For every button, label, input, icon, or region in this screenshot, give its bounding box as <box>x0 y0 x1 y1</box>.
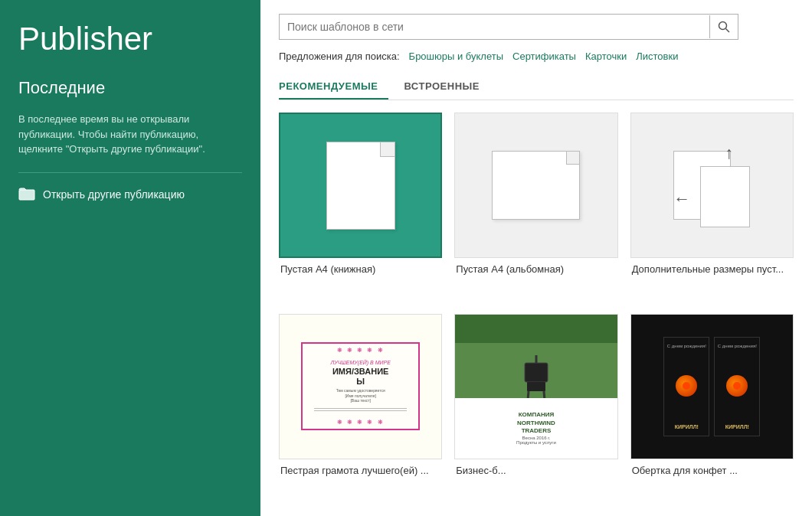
svg-rect-0 <box>19 190 34 200</box>
template-tabs: РЕКОМЕНДУЕМЫЕ ВСТРОЕННЫЕ <box>279 74 794 100</box>
open-other-button[interactable]: Открыть другие публикацию <box>18 187 242 203</box>
suggestion-certificates[interactable]: Сертификаты <box>512 51 576 62</box>
candy-planet-icon-2 <box>726 375 748 397</box>
search-icon <box>718 21 730 33</box>
candy-planet-icon <box>676 375 697 397</box>
blank-page-icon <box>326 142 395 230</box>
biz-company-name: КОМПАНИЯNORTHWINDTRADERS <box>517 411 555 435</box>
template-thumb-business: КОМПАНИЯNORTHWINDTRADERS Весна 2016 г.Пр… <box>454 314 617 459</box>
suggestions-label: Предложения для поиска: <box>279 51 400 62</box>
template-label-business: Бизнес-б... <box>454 465 617 476</box>
candy-preview: С днем рождения! КИРИЛЛ! С днем рождения… <box>631 315 793 459</box>
recent-title: Последние <box>18 78 242 98</box>
search-bar <box>279 14 738 40</box>
template-business-card[interactable]: КОМПАНИЯNORTHWINDTRADERS Весна 2016 г.Пр… <box>454 314 617 503</box>
search-input[interactable] <box>280 15 709 39</box>
suggestions-bar: Предложения для поиска: Брошюры и буклет… <box>279 51 794 62</box>
template-label-more-sizes: Дополнительные размеры пуст... <box>630 263 794 275</box>
sidebar: Publisher Последние В последнее время вы… <box>0 0 260 516</box>
folder-icon <box>18 187 35 203</box>
tab-recommended[interactable]: РЕКОМЕНДУЕМЫЕ <box>279 74 388 100</box>
suggestion-leaflets[interactable]: Листовки <box>636 51 678 62</box>
biz-sub-text: Весна 2016 г.Продукты и услуги <box>516 436 556 445</box>
template-label-blank-landscape: Пустая А4 (альбомная) <box>454 263 617 275</box>
tab-builtin[interactable]: ВСТРОЕННЫЕ <box>404 74 490 100</box>
more-sizes-icon: ↑ ← <box>673 143 750 227</box>
template-thumb-candy: С днем рождения! КИРИЛЛ! С днем рождения… <box>630 314 794 459</box>
open-other-label: Открыть другие публикацию <box>43 188 185 201</box>
suggestion-brochures[interactable]: Брошюры и буклеты <box>409 51 503 62</box>
template-thumb-certificate: ЛУЧШЕМУ(ЕЙ) В МИРЕ ИМЯ/ЗВАНИЕЫ Тем самым… <box>279 314 442 459</box>
template-thumb-more-sizes: ↑ ← <box>630 113 794 258</box>
svg-line-2 <box>726 29 730 33</box>
sidebar-divider <box>18 172 242 173</box>
svg-rect-3 <box>525 363 548 382</box>
template-label-blank-portrait: Пустая А4 (книжная) <box>279 263 442 275</box>
template-blank-portrait[interactable]: Пустая А4 (книжная) <box>279 113 442 302</box>
landscape-page-icon <box>492 151 580 220</box>
main-content: Предложения для поиска: Брошюры и буклет… <box>260 0 812 516</box>
template-candy-wrapper[interactable]: С днем рождения! КИРИЛЛ! С днем рождения… <box>630 314 794 503</box>
svg-rect-4 <box>527 382 545 391</box>
template-grid: Пустая А4 (книжная) Пустая А4 (альбомная… <box>279 113 794 502</box>
sidebar-description: В последнее время вы не открывали публик… <box>18 112 242 157</box>
app-title: Publisher <box>18 21 242 57</box>
candy-card-2: С днем рождения! КИРИЛЛ! <box>714 337 760 436</box>
search-button[interactable] <box>709 15 738 38</box>
suggestion-cards[interactable]: Карточки <box>585 51 627 62</box>
template-thumb-blank-landscape <box>454 113 617 258</box>
template-label-certificate: Пестрая грамота лучшего(ей) ... <box>279 465 442 476</box>
candy-card-1: С днем рождения! КИРИЛЛ! <box>663 337 709 436</box>
template-blank-landscape[interactable]: Пустая А4 (альбомная) <box>454 113 617 302</box>
template-certificate[interactable]: ЛУЧШЕМУ(ЕЙ) В МИРЕ ИМЯ/ЗВАНИЕЫ Тем самым… <box>279 314 442 503</box>
template-label-candy: Обертка для конфет ... <box>630 465 794 476</box>
template-thumb-blank-portrait <box>279 113 442 258</box>
template-more-sizes[interactable]: ↑ ← Дополнительные размеры пуст... <box>630 113 794 302</box>
svg-point-1 <box>719 22 727 30</box>
certificate-preview: ЛУЧШЕМУ(ЕЙ) В МИРЕ ИМЯ/ЗВАНИЕЫ Тем самым… <box>301 342 420 430</box>
biz-text-block: КОМПАНИЯNORTHWINDTRADERS Весна 2016 г.Пр… <box>455 398 617 459</box>
